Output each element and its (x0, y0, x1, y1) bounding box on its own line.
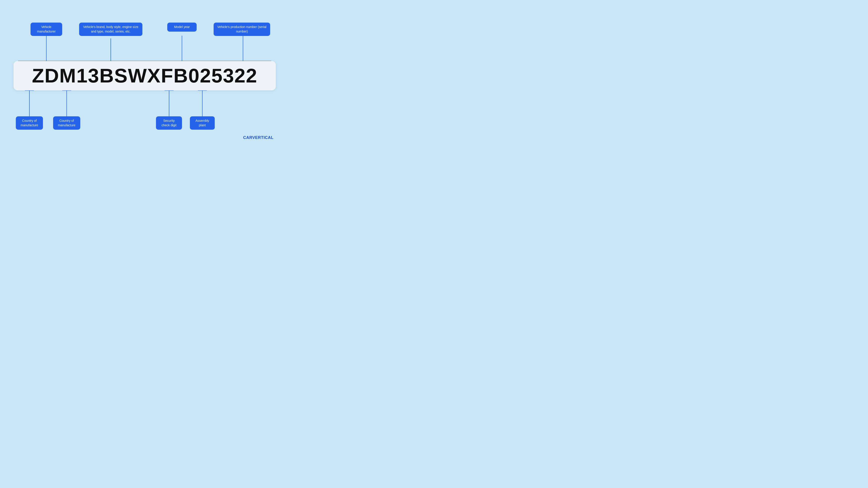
vin-number: ZDM13BSWXFB025322 (32, 64, 257, 87)
diagram-container: ZDM13BSWXFB025322 Vehiclemanufacturer Ve… (9, 16, 280, 147)
label-country-manufacture-1: Country of manufacture (16, 116, 43, 130)
label-vehicle-manufacturer: Vehiclemanufacturer (31, 23, 62, 36)
vin-plate: ZDM13BSWXFB025322 (13, 61, 276, 90)
carvertical-logo: CARVERTICAL (243, 135, 274, 140)
logo-vertical-text: VERTICAL (252, 135, 274, 140)
label-security-check: Security check digit (156, 116, 182, 130)
label-model-year: Model year (167, 23, 197, 32)
label-assembly-plant: Assembly plant (190, 116, 215, 130)
label-country-manufacture-2: Country of manufacture (53, 116, 80, 130)
label-brand-body-engine: Vehicle's brand, body style, engine size… (79, 23, 143, 36)
label-production-number: Vehicle's production number (serial numb… (214, 23, 270, 36)
logo-car-text: CAR (243, 135, 252, 140)
